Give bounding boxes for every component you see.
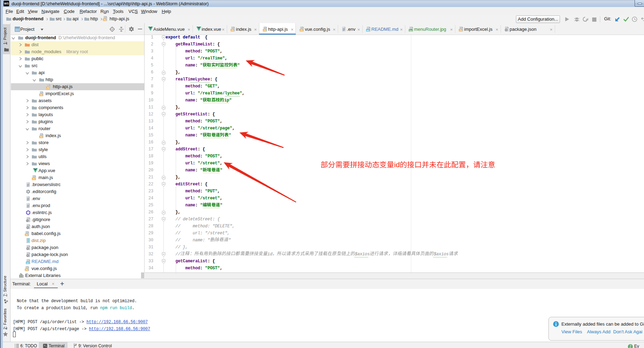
svg-text:{}: {} — [26, 255, 29, 257]
svg-text:{}: {} — [26, 227, 29, 229]
svg-text:JS: JS — [40, 94, 43, 96]
svg-text:JS: JS — [25, 234, 28, 236]
svg-text:{}: {} — [505, 29, 507, 31]
svg-text:MD: MD — [26, 262, 29, 264]
svg-text:JS: JS — [25, 269, 28, 271]
svg-text:JS: JS — [47, 87, 50, 89]
svg-text:JS: JS — [231, 29, 234, 31]
svg-text:MD: MD — [366, 29, 370, 31]
svg-text:{}: {} — [26, 248, 29, 250]
svg-text:JS: JS — [459, 29, 462, 31]
svg-text:JS: JS — [40, 136, 43, 138]
svg-text:JS: JS — [263, 29, 266, 31]
svg-text:JS: JS — [32, 178, 35, 180]
svg-text:JS: JS — [300, 29, 303, 31]
svg-text:JS: JS — [103, 19, 106, 21]
